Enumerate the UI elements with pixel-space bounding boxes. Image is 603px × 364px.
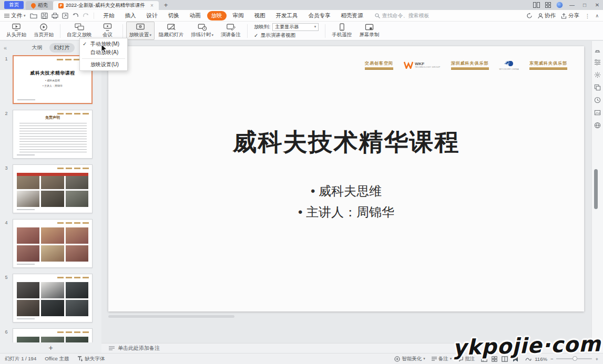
menu-item-review[interactable]: 审阅 [229,11,248,20]
slide-canvas-area: 交易创客空间 WKF TECHNOLOGY GROUP 深圳威科夫俱乐部 [101,41,591,353]
play-from-start-button[interactable]: 从头开始 [3,22,29,40]
gear-icon[interactable] [594,71,601,78]
presenter-view-checkbox[interactable]: ✓ 显示演讲者视图 [254,32,319,39]
play-current-icon [39,23,48,31]
slide-bullet-1: 威科夫思维 [108,181,584,202]
menu-item-devtools[interactable]: 开发工具 [272,11,302,20]
zoom-slider-knob[interactable] [573,356,577,361]
meeting-button[interactable]: 会议 [96,22,119,40]
slide-canvas[interactable]: 交易创客空间 WKF TECHNOLOGY GROUP 深圳威科夫俱乐部 [108,46,584,311]
theme-name[interactable]: Office 主题 [45,356,69,362]
user-avatar[interactable] [556,2,563,8]
display-select[interactable]: 主要显示器 ▾ [272,23,319,31]
slide-thumbnails: 1 威科夫技术精华课程 • 威科夫思维 • 主讲人：周锦华 2 免责声明 [0,55,101,342]
stamp-icon[interactable] [594,46,601,53]
tab-outline[interactable]: 大纲 [27,43,47,53]
print-icon[interactable] [52,13,58,19]
phone-remote-button[interactable]: 手机遥控 [329,22,355,40]
file-menu-label: 文件 [11,12,22,19]
restore-button[interactable]: □ [581,2,588,8]
thumb-footer [17,209,35,210]
split-view-icon[interactable] [533,2,540,8]
play-current-page-button[interactable]: 当页开始 [30,22,57,40]
rehearse-timing-icon [198,23,207,31]
menu-item-slideshow[interactable]: 放映 [207,11,227,20]
notes-toggle-button[interactable]: 备注 ▾ [432,356,452,362]
minimize-button[interactable]: — [568,2,576,8]
share-button[interactable]: 分享 [561,12,579,19]
menu-item-transition[interactable]: 切换 [164,11,183,20]
slide-thumbnail-3[interactable] [13,164,93,213]
output-icon[interactable] [62,13,68,19]
speaker-notes-button[interactable]: 演讲备注 [218,22,244,40]
open-folder-icon[interactable] [30,13,37,19]
rehearse-timing-button[interactable]: 排练计时▾ [188,22,217,40]
titlebar: 首页 稻壳 P 2022-全新版-威科夫交易精华班课件 × + — □ ✕ [0,0,603,10]
collaborate-label: 协作 [545,12,556,19]
collapse-panel-icon[interactable]: « [4,45,7,51]
redo-icon[interactable] [83,13,89,18]
home-button[interactable]: 首页 [4,1,24,9]
save-icon[interactable] [41,13,48,19]
new-tab-button[interactable]: + [159,0,173,10]
menu-item-membership[interactable]: 会员专享 [304,11,335,20]
menu-item-insert[interactable]: 插入 [121,11,140,20]
command-search[interactable]: 查找命令、搜索模板 [375,12,430,19]
vertical-scrollbar-thumb[interactable] [594,169,598,209]
globe-icon[interactable] [594,122,601,129]
logo-trading-maker-space: 交易创客空间 [365,60,393,70]
zoom-in-button[interactable]: + [595,356,598,362]
hide-slide-button[interactable]: 隐藏幻灯片 [156,22,187,40]
menu-item-docer-resources[interactable]: 稻壳资源 [337,11,367,20]
search-placeholder: 查找命令、搜索模板 [382,12,430,19]
menu-item-animation[interactable]: 动画 [186,11,205,20]
slide-thumb-row: 5 [0,274,101,323]
zoom-slider[interactable] [556,358,592,359]
collaborate-button[interactable]: 协作 [538,12,556,19]
thumb-footer [17,154,35,155]
close-tab-icon[interactable]: × [150,3,154,8]
workspace-grid-icon[interactable] [545,2,551,8]
clock-icon[interactable] [594,97,601,103]
display-select-value: 主要显示器 [275,24,299,30]
collapse-ribbon-icon[interactable]: ∧ [595,13,599,18]
logo-wkf-group: WKF TECHNOLOGY GROUP [404,61,441,69]
menu-item-view[interactable]: 视图 [250,11,270,20]
slide-thumbnail-2[interactable]: 免责声明 [13,110,93,159]
close-button[interactable]: ✕ [594,2,601,8]
button-caption: 放映设置 [129,32,149,38]
presenter-view-label: 显示演讲者视图 [260,32,295,39]
tab-docer[interactable]: 稻壳 [26,1,53,10]
image-export-icon[interactable] [594,109,601,116]
file-menu[interactable]: 文件 ▾ [4,12,26,19]
layers-icon[interactable] [594,84,601,91]
sliders-icon[interactable] [594,59,601,66]
sync-icon[interactable] [526,13,533,19]
tab-document[interactable]: P 2022-全新版-威科夫交易精华班课件 × [53,1,159,10]
slide-thumbnail-6[interactable] [13,328,93,342]
more-menu-icon[interactable]: ⋮ [585,13,590,19]
slide-title[interactable]: 威科夫技术精华课程 [108,126,584,159]
button-caption: 屏幕录制 [359,32,379,38]
menu-item-show-settings[interactable]: 放映设置(U) [80,60,127,69]
smart-beautify-button[interactable]: 智能美化 ▾ [394,356,425,362]
custom-show-button[interactable]: 自定义放映 [64,22,95,40]
screen-record-button[interactable]: 屏幕录制 [356,22,382,40]
undo-icon[interactable] [72,13,79,18]
horizontal-scrollbar[interactable] [108,315,586,318]
slide-number: 6 [0,328,13,342]
menu-item-label: 放映设置(U) [90,61,119,67]
show-settings-button[interactable]: 放映设置▾ [126,22,155,40]
slide-bullets[interactable]: 威科夫思维 主讲人：周锦华 [108,181,584,223]
menu-item-design[interactable]: 设计 [142,11,162,20]
slide-thumbnail-4[interactable] [13,219,93,268]
add-slide-button[interactable]: + [0,344,101,352]
slide-bullet-2: 主讲人：周锦华 [108,202,584,223]
button-caption: 演讲备注 [221,32,241,38]
logo-shenzhen-wyckoff-club: 深圳威科夫俱乐部 [451,60,489,70]
tab-slides[interactable]: 幻灯片 [49,43,75,53]
slide-thumbnail-5[interactable] [13,274,93,323]
beautify-label: 智能美化 [402,356,422,362]
menu-item-start[interactable]: 开始 [99,11,119,20]
missing-font-indicator[interactable]: 缺失字体 [77,356,105,362]
